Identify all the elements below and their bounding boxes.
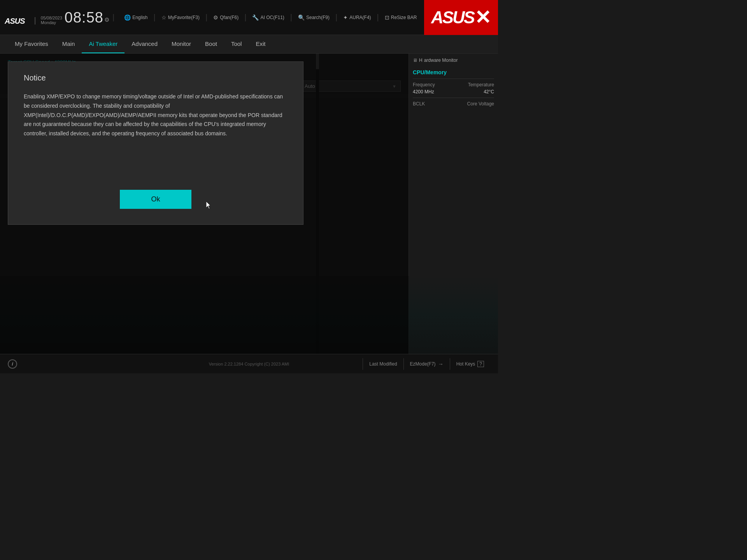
- settings-gear-icon[interactable]: ⚙: [104, 16, 109, 23]
- hot-keys-label: Hot Keys: [456, 361, 475, 367]
- time-display: 08:58: [65, 10, 103, 25]
- tab-exit[interactable]: Exit: [249, 35, 272, 53]
- tab-tool[interactable]: Tool: [224, 35, 249, 53]
- tab-main[interactable]: Main: [55, 35, 82, 53]
- sidebar-bclk-label: BCLK: [413, 101, 425, 107]
- nav-english[interactable]: 🌐 English: [121, 13, 150, 22]
- datetime-container: 05/08/2023 Monday: [41, 16, 62, 25]
- modal-title: Notice: [24, 74, 288, 82]
- bottom-bar: i Version 2.22.1284 Copyright (C) 2023 A…: [0, 354, 498, 373]
- nav-search[interactable]: 🔍 Search(F9): [295, 13, 332, 22]
- asus-logo: ASUS: [5, 17, 25, 25]
- nav-sep-5: |: [335, 13, 337, 22]
- ez-mode-icon: →: [438, 361, 444, 367]
- tab-advanced[interactable]: Advanced: [124, 35, 165, 53]
- modal-body: Enabling XMP/EXPO to change memory timin…: [24, 92, 288, 178]
- sidebar-temp-label: Temperature: [468, 82, 494, 88]
- sidebar-temp-value: 42°C: [484, 89, 494, 94]
- sidebar-divider: [413, 98, 494, 98]
- header-divider: |: [34, 16, 36, 25]
- hw-monitor-icon: 🖥: [413, 58, 417, 63]
- nav-resizebar-label: ReSize BAR: [391, 15, 417, 20]
- top-bar: ASUS | 05/08/2023 Monday 08:58 ⚙ | 🌐 Eng…: [0, 0, 498, 35]
- nav-aura[interactable]: ✦ AURA(F4): [340, 13, 374, 22]
- main-panel: Target CPU Speed : 4200MHz Target DRAM F…: [0, 54, 409, 354]
- info-symbol: i: [12, 361, 13, 367]
- asus-brand-text: ASUS: [431, 8, 474, 27]
- ez-mode-button[interactable]: EzMode(F7) →: [403, 358, 450, 370]
- top-sep: |: [112, 13, 114, 22]
- nav-search-label: Search(F9): [306, 15, 330, 20]
- date-display: 05/08/2023: [41, 16, 62, 20]
- globe-icon: 🌐: [124, 14, 131, 21]
- tab-monitor[interactable]: Monitor: [165, 35, 198, 53]
- hw-monitor-partial: 🖥 H ardware Monitor: [413, 58, 494, 63]
- nav-myfavorite[interactable]: ☆ MyFavorite(F3): [159, 13, 202, 22]
- asus-brand-logo: ASUS ✕: [424, 0, 498, 35]
- modal-box: Notice Enabling XMP/EXPO to change memor…: [8, 61, 303, 225]
- sidebar-stat-freq-header: Frequency Temperature: [413, 82, 494, 88]
- nav-sep-4: |: [290, 13, 292, 22]
- spacer: [413, 63, 494, 67]
- search-icon: 🔍: [298, 14, 305, 21]
- nav-aioc-label: AI OC(F11): [260, 15, 284, 20]
- sidebar-stat-bclk-header: BCLK Core Voltage: [413, 101, 494, 107]
- ez-mode-label: EzMode(F7): [410, 361, 436, 367]
- hw-monitor-label2: ardware Monitor: [424, 58, 458, 63]
- tab-my-favorites[interactable]: My Favorites: [8, 35, 55, 53]
- nav-sep-3: |: [244, 13, 246, 22]
- bottom-bar-right: Last Modified EzMode(F7) → Hot Keys ?: [363, 358, 490, 370]
- nav-sep-6: |: [377, 13, 379, 22]
- hw-monitor-label: H: [419, 58, 423, 63]
- day-display: Monday: [41, 20, 62, 25]
- last-modified-button[interactable]: Last Modified: [363, 358, 403, 370]
- aioc-icon: 🔧: [252, 14, 259, 21]
- qfan-icon: ⚙: [213, 14, 218, 21]
- tab-boot[interactable]: Boot: [198, 35, 224, 53]
- nav-myfavorite-label: MyFavorite(F3): [168, 15, 200, 20]
- nav-qfan-label: Qfan(F6): [220, 15, 238, 20]
- nav-aura-label: AURA(F4): [349, 15, 371, 20]
- aura-icon: ✦: [343, 14, 348, 21]
- modal-overlay: Notice Enabling XMP/EXPO to change memor…: [0, 54, 409, 354]
- sidebar-stat-freq-value: 4200 MHz 42°C: [413, 89, 494, 94]
- hot-keys-button[interactable]: Hot Keys ?: [450, 358, 490, 370]
- sidebar-corevolt-label: Core Voltage: [467, 101, 494, 107]
- bottom-bar-left: i: [8, 359, 17, 369]
- hot-keys-icon: ?: [477, 361, 484, 367]
- sidebar-section-title: CPU/Memory: [413, 67, 494, 79]
- resizebar-icon: ⊡: [385, 14, 389, 21]
- nav-resizebar[interactable]: ⊡ ReSize BAR: [382, 13, 420, 22]
- time-container: 08:58 ⚙: [65, 10, 109, 25]
- info-icon-button[interactable]: i: [8, 359, 17, 369]
- nav-sep-1: |: [154, 13, 156, 22]
- main-nav: My Favorites Main Ai Tweaker Advanced Mo…: [0, 35, 498, 54]
- nav-english-label: English: [132, 15, 147, 20]
- modal-ok-button[interactable]: Ok: [120, 190, 191, 209]
- top-bar-left: ASUS | 05/08/2023 Monday 08:58 ⚙: [5, 10, 109, 25]
- favorite-icon: ☆: [161, 14, 167, 21]
- sidebar-freq-value: 4200 MHz: [413, 89, 434, 94]
- version-text: Version 2.22.1284 Copyright (C) 2023 AMI: [209, 362, 289, 366]
- asus-brand-x: ✕: [475, 8, 491, 27]
- nav-sep-2: |: [205, 13, 207, 22]
- tab-ai-tweaker[interactable]: Ai Tweaker: [82, 35, 124, 53]
- nav-qfan[interactable]: ⚙ Qfan(F6): [210, 13, 241, 22]
- sidebar-freq-label: Frequency: [413, 82, 435, 88]
- nav-aioc[interactable]: 🔧 AI OC(F11): [249, 13, 287, 22]
